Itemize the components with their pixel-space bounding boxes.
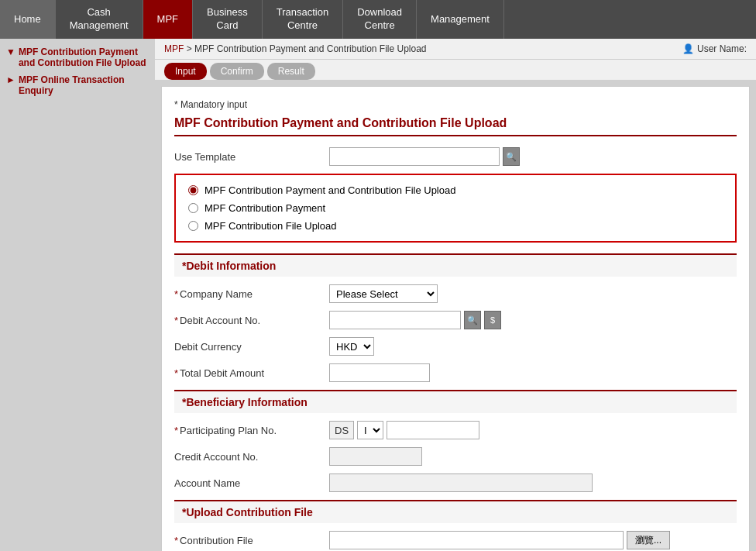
radio-row-1: MPF Contribution Payment and Contributio… [188,184,723,196]
debit-currency-select[interactable]: HKD [329,337,374,356]
beneficiary-section-header: *Beneficiary Information [174,390,737,413]
plan-row: Participating Plan No. DS I [174,421,737,439]
sidebar-item-mpf-online[interactable]: ► MPF Online Transaction Enquiry [6,74,149,96]
use-template-control: 🔍 [329,147,520,166]
plan-input[interactable] [387,421,479,439]
debit-account-dollar-button[interactable]: $ [484,311,501,329]
credit-account-row: Credit Account No. 743006**** [174,447,737,466]
total-debit-input[interactable] [329,363,430,382]
debit-account-control: 🔍 $ [329,311,501,329]
radio-both[interactable] [188,185,198,195]
template-input[interactable] [329,147,500,166]
debit-account-row: Debit Account No. 🔍 $ [174,311,737,329]
company-name-row: Company Name Please Select [174,284,737,303]
company-name-select[interactable]: Please Select [329,284,438,303]
radio-box: MPF Contribution Payment and Contributio… [174,174,737,243]
radio-row-3: MPF Contribution File Upload [188,220,723,232]
account-name-row: Account Name Bank Consortium Trust Co Lt… [174,474,737,492]
main-layout: ▼ MPF Contribution Payment and Contribut… [0,39,756,551]
breadcrumb-mpf-link[interactable]: MPF [164,43,184,54]
account-name-input: Bank Consortium Trust Co Ltd CL A/C-Indu… [329,474,593,492]
debit-account-label: Debit Account No. [174,315,329,326]
template-search-button[interactable]: 🔍 [503,147,520,166]
plan-prefix: DS [329,421,354,439]
plan-control: DS I [329,421,479,439]
nav-management[interactable]: Management [417,0,504,39]
nav-bar: Home CashManagement MPF BusinessCard Tra… [0,0,756,39]
account-name-control: Bank Consortium Trust Co Ltd CL A/C-Indu… [329,474,593,492]
debit-currency-row: Debit Currency HKD [174,337,737,356]
account-name-label: Account Name [174,477,329,489]
credit-account-input: 743006**** [329,447,422,466]
breadcrumb-separator: > [187,43,194,54]
upload-section-header: *Upload Contribution File [174,500,737,523]
nav-business-card[interactable]: BusinessCard [193,0,263,39]
user-icon: 👤 [682,43,694,54]
debit-account-search-button[interactable]: 🔍 [464,311,481,329]
tab-input[interactable]: Input [164,63,207,80]
radio-payment-only[interactable] [188,203,198,213]
sidebar: ▼ MPF Contribution Payment and Contribut… [0,39,155,551]
nav-cash-management[interactable]: CashManagement [56,0,143,39]
debit-section-header: *Debit Information [174,253,737,277]
debit-currency-label: Debit Currency [174,341,329,353]
debit-account-input[interactable] [329,311,461,329]
page-title: MPF Contribution Payment and Contributio… [174,116,737,136]
breadcrumb: MPF > MPF Contribution Payment and Contr… [164,43,427,54]
radio-file-only[interactable] [188,221,198,231]
sidebar-item-mpf-contribution[interactable]: ▼ MPF Contribution Payment and Contribut… [6,46,149,68]
tab-result[interactable]: Result [267,63,315,80]
credit-account-label: Credit Account No. [174,451,329,463]
sidebar-section-mpf-online: ► MPF Online Transaction Enquiry [6,74,149,96]
nav-transaction-centre[interactable]: TransactionCentre [263,0,343,39]
radio-row-2: MPF Contribution Payment [188,202,723,214]
user-info: 👤 User Name: [682,43,747,54]
contribution-file-input[interactable] [329,531,624,549]
contribution-file-label: Contribution File [174,535,329,546]
total-debit-control [329,363,430,382]
nav-home[interactable]: Home [0,0,56,39]
credit-account-control: 743006**** [329,447,422,466]
total-debit-label: Total Debit Amount [174,367,329,379]
use-template-row: Use Template 🔍 [174,147,737,166]
company-name-control: Please Select [329,284,438,303]
contribution-file-control: 瀏覽... [329,531,670,549]
arrow-icon: ▼ [6,46,15,57]
company-name-label: Company Name [174,288,329,300]
tabs-bar: Input Confirm Result [155,60,756,80]
contribution-file-row: Contribution File 瀏覽... [174,531,737,549]
arrow-right-icon: ► [6,74,15,85]
use-template-label: Use Template [174,151,329,163]
breadcrumb-bar: MPF > MPF Contribution Payment and Contr… [155,39,756,60]
plan-type-select[interactable]: I [357,421,383,439]
nav-mpf[interactable]: MPF [143,0,193,39]
nav-download-centre[interactable]: DownloadCentre [343,0,417,39]
tab-confirm[interactable]: Confirm [210,63,264,80]
main-content: MPF > MPF Contribution Payment and Contr… [155,39,756,551]
sidebar-section-mpf-contribution: ▼ MPF Contribution Payment and Contribut… [6,46,149,68]
browse-button[interactable]: 瀏覽... [627,531,670,549]
debit-currency-control: HKD [329,337,374,356]
mandatory-note: * Mandatory input [174,99,737,110]
plan-label: Participating Plan No. [174,425,329,436]
content-area: * Mandatory input MPF Contribution Payme… [161,86,750,551]
total-debit-row: Total Debit Amount [174,363,737,382]
